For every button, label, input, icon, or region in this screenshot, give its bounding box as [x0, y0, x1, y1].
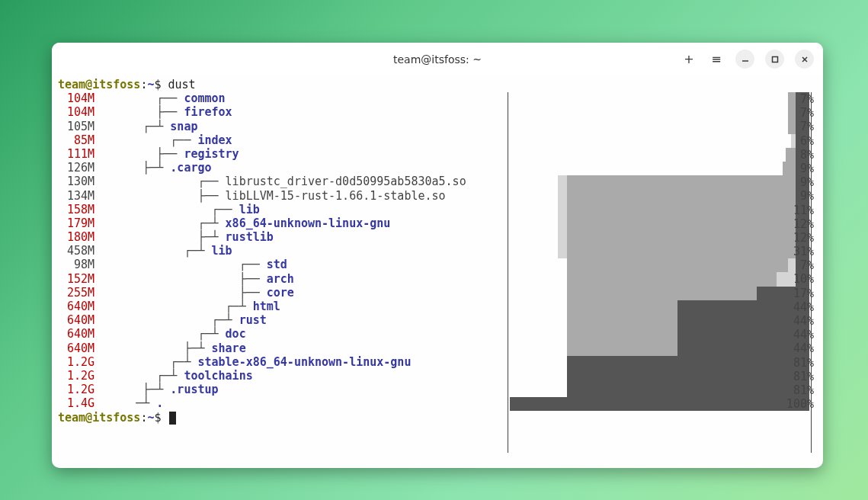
entry-name: rustlib: [226, 230, 274, 244]
bar-segment: [567, 370, 809, 383]
bar-row: [510, 258, 809, 272]
file-size: 640M: [58, 341, 94, 355]
tree-branch: ┌─┴: [94, 327, 226, 341]
bar-row: [510, 92, 809, 106]
tree-branch: ├─┴: [94, 230, 226, 244]
file-size: 105M: [58, 120, 94, 133]
terminal-window: team@itsfoss: ~ + ≡ team@itsfoss:~$ dust…: [52, 43, 823, 468]
tree-branch: ┌─┴: [94, 355, 197, 369]
tree-branch: ┌─┴: [94, 120, 170, 133]
tree-branch: ┌─┴: [94, 216, 226, 230]
bar-row: [510, 245, 809, 258]
tree-branch: ┌──: [94, 91, 184, 105]
entry-name: libLLVM-15-rust-1.66.1-stable.so: [226, 189, 446, 203]
bar-segment: [558, 231, 567, 245]
entry-name: rust: [239, 313, 267, 327]
entry-name: snap: [170, 120, 197, 133]
prompt-line-1: team@itsfoss:~$ dust: [58, 78, 817, 91]
file-size: 1.4G: [58, 396, 94, 410]
prompt-line-2: team@itsfoss:~$: [58, 411, 817, 425]
bar-segment: [558, 204, 567, 217]
bar-row: [510, 328, 809, 341]
entry-name: arch: [267, 272, 294, 286]
menu-button[interactable]: ≡: [708, 51, 725, 68]
bar-row: [510, 148, 809, 162]
bar-segment: [567, 272, 796, 286]
tree-branch: ┌──: [94, 258, 267, 271]
entry-name: lib: [212, 244, 232, 258]
file-size: 179M: [58, 216, 94, 230]
terminal-content[interactable]: team@itsfoss:~$ dust 104M ┌── common104M…: [52, 76, 823, 468]
tree-branch: ├──: [94, 272, 267, 286]
bar-row: [510, 106, 809, 120]
bar-row: [510, 356, 809, 370]
bar-segment: [558, 217, 567, 231]
entry-name: .cargo: [170, 161, 211, 175]
tree-branch: ┌──: [94, 203, 239, 216]
tree-branch: ├─┴: [94, 341, 212, 355]
file-size: 255M: [58, 286, 94, 300]
file-size: 640M: [58, 313, 94, 327]
tree-branch: ┌─┴: [94, 300, 253, 313]
tree-branch: ├─┴: [94, 383, 170, 396]
bar-segment: [567, 356, 809, 370]
entry-name: index: [197, 133, 232, 147]
new-tab-button[interactable]: +: [681, 51, 697, 68]
entry-name: .rustup: [170, 383, 218, 396]
bar-segment: [567, 300, 677, 314]
tree-branch: ─┴: [94, 396, 156, 410]
tree-branch: ┌─┴: [94, 244, 212, 258]
bar-segment: [567, 328, 677, 341]
bar-row: [510, 217, 809, 231]
prompt-user: team@itsfoss: [58, 78, 140, 91]
entry-name: doc: [226, 327, 246, 341]
file-size: 104M: [58, 91, 94, 105]
bar-row: [510, 272, 809, 286]
tree-branch: ├──: [94, 286, 267, 300]
bar-segment: [567, 175, 796, 189]
bar-row: [510, 204, 809, 217]
file-size: 111M: [58, 147, 94, 161]
titlebar: team@itsfoss: ~ + ≡: [52, 43, 823, 76]
bar-row: [510, 314, 809, 328]
tree-branch: ┌──: [94, 175, 226, 188]
file-size: 130M: [58, 175, 94, 188]
bar-row: [510, 120, 809, 133]
bar-row: [510, 370, 809, 383]
minimize-button[interactable]: [735, 50, 754, 69]
bar-row: [510, 287, 809, 300]
file-size: 104M: [58, 105, 94, 119]
bar-row: [510, 134, 809, 148]
tree-branch: ┌─┴: [94, 313, 239, 327]
entry-name: lib: [239, 203, 260, 216]
bar-segment: [558, 175, 567, 189]
bar-row: [510, 175, 809, 189]
entry-name: stable-x86_64-unknown-linux-gnu: [197, 355, 411, 369]
entry-name: x86_64-unknown-linux-gnu: [226, 216, 391, 230]
bar-segment: [567, 341, 677, 355]
bar-row: [510, 189, 809, 203]
bar-row: [510, 231, 809, 245]
bar-row: [510, 300, 809, 314]
entry-name: core: [267, 286, 294, 300]
entry-name: librustc_driver-d0d50995ab5830a5.so: [226, 175, 466, 188]
file-size: 126M: [58, 161, 94, 175]
bar-segment: [567, 189, 796, 203]
command-text: dust: [168, 78, 196, 91]
bar-row: [510, 383, 809, 397]
bar-segment: [567, 245, 796, 258]
tree-branch: ├──: [94, 189, 226, 203]
tree-branch: ┌──: [94, 133, 197, 147]
file-size: 180M: [58, 230, 94, 244]
close-button[interactable]: [795, 50, 814, 69]
file-size: 152M: [58, 272, 94, 286]
bar-segment: [567, 204, 796, 217]
bar-segment: [510, 397, 809, 411]
entry-name: toolchains: [184, 369, 252, 383]
maximize-button[interactable]: [765, 50, 784, 69]
file-size: 1.2G: [58, 355, 94, 369]
file-size: 85M: [58, 133, 94, 147]
bar-segment: [567, 383, 809, 397]
bar-segment: [558, 189, 567, 203]
file-size: 1.2G: [58, 383, 94, 396]
